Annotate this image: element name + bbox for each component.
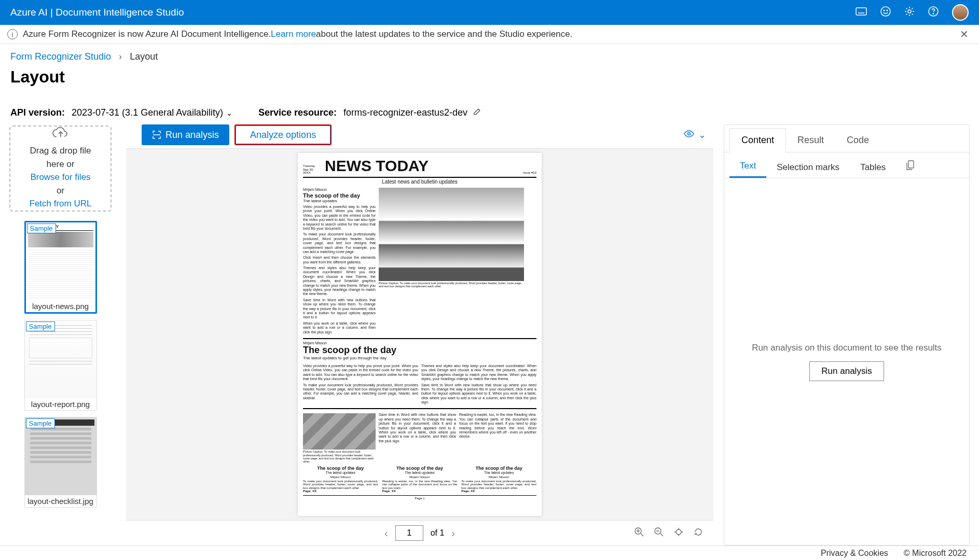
thumbnail-item[interactable]: NEWS TODAY Sample layout-news.png (24, 221, 97, 314)
privacy-link[interactable]: Privacy & Cookies (821, 549, 888, 558)
sample-badge: Sample (26, 418, 55, 428)
svg-rect-0 (856, 8, 866, 15)
sample-badge: Sample (27, 223, 56, 233)
subtab-tables[interactable]: Tables (850, 156, 896, 178)
tab-code[interactable]: Code (835, 129, 880, 152)
svg-point-10 (676, 529, 681, 535)
feedback-icon[interactable] (880, 6, 891, 19)
settings-icon[interactable] (904, 6, 915, 19)
run-analysis-label: Run analysis (166, 130, 219, 141)
scan-icon (152, 130, 161, 139)
visibility-eye-icon[interactable] (684, 129, 694, 141)
service-resource-value: forms-recognizer-eastus2-dev (343, 107, 467, 118)
thumbnail-filename: layout-report.png (25, 398, 96, 410)
thumbnail-item[interactable]: Sample layout-checklist.jpg (24, 417, 97, 508)
svg-point-2 (884, 10, 885, 11)
next-page-icon[interactable]: › (451, 527, 455, 539)
main-area: Drag & drop file here or Browse for file… (0, 124, 979, 545)
breadcrumb-root[interactable]: Form Recognizer Studio (10, 51, 111, 62)
doc-byline2: Mirjam Nilsson (303, 341, 536, 345)
results-empty-message: Run analysis on this document to see the… (752, 343, 942, 353)
svg-point-1 (881, 7, 890, 16)
learn-more-link[interactable]: Learn more (271, 29, 316, 39)
fetch-url-link[interactable]: Fetch from URL (30, 197, 92, 211)
dropzone-text1a: Drag & drop file (30, 144, 91, 158)
chevron-down-icon[interactable]: ⌄ (698, 129, 706, 141)
viewer-toolbar: Run analysis Analyze options ⌄ (126, 124, 713, 145)
run-analysis-button[interactable]: Run analysis (142, 124, 229, 145)
analyze-options-button[interactable]: Analyze options (235, 124, 332, 145)
zoom-in-icon[interactable] (635, 527, 644, 539)
doc-section-head: The scoop of the day (303, 192, 376, 199)
sample-badge: Sample (26, 321, 55, 331)
doc-triple-head: The scoop of the day (303, 466, 378, 471)
chevron-right-icon: › (119, 51, 122, 62)
copy-icon[interactable] (906, 160, 915, 178)
info-icon: i (7, 29, 18, 39)
keyboard-icon[interactable] (856, 7, 867, 18)
footer: Privacy & Cookies © Microsoft 2022 (0, 545, 979, 560)
svg-point-7 (688, 133, 691, 135)
analyze-options-label: Analyze options (250, 130, 316, 141)
doc-triple-head: The scoop of the day (382, 466, 458, 471)
svg-point-3 (887, 10, 888, 11)
doc-subtitle: Latest news and bulletin updates (303, 179, 536, 185)
tab-result[interactable]: Result (786, 129, 835, 152)
breadcrumb: Form Recognizer Studio › Layout (0, 44, 979, 65)
notification-bar: i Azure Form Recognizer is now Azure AI … (0, 25, 979, 44)
copyright-text: © Microsoft 2022 (904, 549, 967, 558)
doc-photo-small (303, 413, 376, 450)
doc-scoop-big: The scoop of the day (303, 345, 536, 356)
user-avatar[interactable] (952, 4, 969, 21)
thumbnail-preview (25, 417, 96, 495)
svg-point-6 (933, 13, 933, 13)
page-input[interactable] (395, 525, 423, 541)
visibility-controls: ⌄ (684, 129, 713, 141)
document-viewer: Run analysis Analyze options ⌄ Tuesday, … (126, 124, 713, 545)
thumbnail-filename: layout-checklist.jpg (25, 495, 96, 507)
edit-resource-icon[interactable] (473, 107, 481, 118)
page-total-label: of 1 (431, 528, 445, 538)
zoom-out-icon[interactable] (654, 527, 664, 539)
rotate-icon[interactable] (694, 527, 703, 539)
meta-row: API version: 2023-07-31 (3.1 General Ava… (0, 87, 979, 124)
tab-content[interactable]: Content (729, 128, 786, 152)
thumbnail-preview (25, 320, 96, 398)
service-resource-label: Service resource: (258, 107, 337, 118)
help-icon[interactable] (928, 6, 939, 19)
prev-page-icon[interactable]: ‹ (384, 527, 388, 539)
service-resource: Service resource: forms-recognizer-eastu… (258, 107, 481, 118)
api-version-value: 2023-07-31 (3.1 General Availability) (72, 107, 232, 118)
results-empty: Run analysis on this document to see the… (724, 178, 969, 545)
close-notification-icon[interactable]: ✕ (957, 28, 972, 40)
file-sidebar: Drag & drop file here or Browse for file… (9, 124, 112, 545)
document-page: Tuesday, Sep 30, 20XX NEWS TODAY Issue #… (298, 153, 542, 516)
dropzone-text1b: here or (47, 158, 75, 171)
page-title: Layout (0, 65, 979, 87)
thumbnail-preview: NEWS TODAY (26, 222, 95, 300)
thumbnail-list: NEWS TODAY Sample layout-news.png Sample… (9, 221, 112, 508)
results-subtabs: Text Selection marks Tables (724, 152, 969, 178)
subtab-selection-marks[interactable]: Selection marks (766, 156, 850, 178)
results-tabs: Content Result Code (724, 125, 969, 152)
browse-files-link[interactable]: Browse for files (30, 171, 90, 184)
svg-rect-11 (908, 161, 914, 168)
thumbnail-filename: layout-news.png (26, 300, 95, 312)
doc-photo-main (379, 188, 524, 281)
app-title: Azure AI | Document Intelligence Studio (10, 7, 856, 18)
header-icons (856, 4, 969, 21)
subtab-text[interactable]: Text (729, 155, 766, 178)
svg-point-4 (908, 10, 911, 13)
thumbnail-item[interactable]: Sample layout-report.png (24, 320, 97, 411)
results-run-analysis-button[interactable]: Run analysis (809, 361, 884, 381)
dropzone[interactable]: Drag & drop file here or Browse for file… (9, 125, 112, 212)
fit-page-icon[interactable] (674, 527, 683, 539)
breadcrumb-current: Layout (130, 51, 158, 62)
results-panel: Content Result Code Text Selection marks… (724, 124, 970, 545)
document-canvas[interactable]: Tuesday, Sep 30, 20XX NEWS TODAY Issue #… (126, 148, 713, 521)
api-version-selector[interactable]: API version: 2023-07-31 (3.1 General Ava… (10, 107, 232, 118)
doc-section-sub: The latest updates (303, 199, 376, 203)
doc-issue: Issue #10 (522, 171, 536, 175)
doc-triple-head: The scoop of the day (461, 466, 536, 471)
app-header: Azure AI | Document Intelligence Studio (0, 0, 979, 25)
